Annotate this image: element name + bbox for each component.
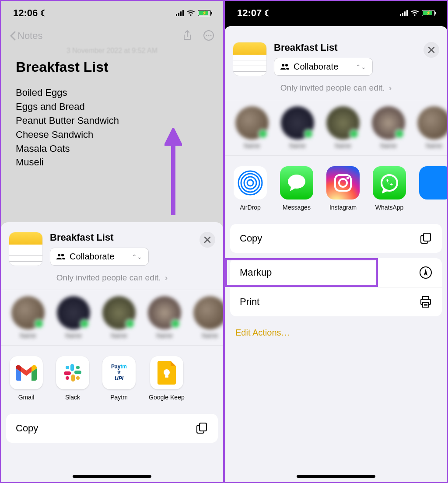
chevron-right-icon: › — [389, 83, 392, 92]
wifi-icon — [186, 10, 195, 16]
svg-point-8 — [66, 366, 69, 369]
contact-item[interactable]: Name — [417, 106, 447, 149]
collab-label: Collaborate — [70, 252, 114, 262]
markup-action[interactable]: Markup — [230, 258, 442, 287]
svg-point-17 — [244, 177, 256, 189]
cellular-signal-icon — [400, 10, 408, 16]
home-indicator[interactable] — [73, 475, 151, 478]
whatsapp-icon — [373, 166, 406, 200]
share-app-whatsapp[interactable]: WhatsApp — [373, 166, 406, 211]
svg-point-11 — [66, 376, 69, 380]
contact-item[interactable]: Name — [281, 106, 314, 149]
note-line: Peanut Butter Sandwich — [16, 114, 208, 128]
action-card: Copy — [230, 224, 442, 253]
action-label: Print — [240, 296, 259, 308]
copy-action[interactable]: Copy — [6, 414, 218, 443]
svg-point-23 — [346, 177, 349, 179]
permission-info[interactable]: Only invited people can edit. › — [225, 80, 447, 100]
contact-item[interactable]: Name — [193, 296, 223, 339]
back-label: Notes — [18, 30, 42, 42]
battery-icon: ⚡ — [198, 10, 211, 16]
sheet-title: Breakfast List — [50, 232, 192, 243]
contacts-row: Name Name Name Name Name — [225, 100, 447, 156]
gmail-icon — [10, 356, 43, 389]
chevron-updown-icon: ⌃⌄ — [356, 63, 366, 70]
svg-rect-13 — [165, 375, 168, 378]
share-app-airdrop[interactable]: AirDrop — [234, 166, 267, 211]
contact-item[interactable]: Name — [235, 106, 269, 149]
airdrop-icon — [234, 166, 267, 200]
contact-item[interactable]: Name — [102, 296, 136, 339]
share-app-messages[interactable]: Messages — [280, 166, 313, 211]
svg-rect-6 — [71, 374, 75, 382]
svg-point-12 — [164, 369, 170, 375]
note-app-icon — [9, 232, 43, 266]
share-sheet: Breakfast List Collaborate ⌃⌄ Only invit… — [1, 222, 223, 482]
svg-rect-30 — [423, 303, 429, 307]
dnd-moon-icon: ☾ — [40, 8, 48, 18]
contact-item[interactable]: Name — [148, 296, 181, 339]
status-bar: 12:06 ☾ ⚡ — [1, 1, 223, 25]
home-indicator[interactable] — [297, 475, 375, 478]
close-button[interactable] — [200, 232, 215, 248]
more-icon[interactable] — [203, 30, 214, 41]
cellular-signal-icon — [176, 10, 184, 16]
share-sheet: Breakfast List Collaborate ⌃⌄ Only invit… — [225, 26, 447, 482]
google-keep-icon — [150, 356, 183, 389]
slack-icon — [56, 356, 89, 389]
action-card: Copy — [6, 414, 218, 443]
copy-action[interactable]: Copy — [230, 224, 442, 253]
copy-icon — [419, 232, 432, 245]
print-action[interactable]: Print — [230, 287, 442, 316]
svg-rect-5 — [74, 371, 81, 374]
collaborate-selector[interactable]: Collaborate ⌃⌄ — [274, 58, 373, 76]
note-line: Museli — [16, 155, 208, 169]
svg-point-16 — [247, 180, 253, 186]
back-button[interactable]: Notes — [10, 30, 42, 42]
close-button[interactable] — [424, 42, 439, 58]
app-label: Google Keep — [149, 394, 185, 401]
status-bar: 12:07 ☾ ⚡ — [225, 1, 447, 25]
collaborate-selector[interactable]: Collaborate ⌃⌄ — [50, 248, 149, 266]
note-line: Cheese Sandwich — [16, 128, 208, 142]
share-app-gmail[interactable]: Gmail — [10, 356, 43, 401]
dnd-moon-icon: ☾ — [264, 8, 272, 18]
svg-rect-26 — [424, 233, 430, 241]
share-app-slack[interactable]: Slack — [56, 356, 89, 401]
svg-point-1 — [206, 35, 207, 36]
svg-point-3 — [210, 35, 212, 36]
svg-point-20 — [288, 175, 305, 189]
print-icon — [419, 295, 432, 308]
share-app-instagram[interactable]: Instagram — [326, 166, 360, 211]
note-title: Breakfast List — [16, 59, 208, 75]
status-time: 12:06 — [13, 7, 38, 19]
share-app-paytm[interactable]: Paytm— से —UPI Paytm — [102, 356, 136, 401]
note-timestamp: 3 November 2022 at 9:52 AM — [1, 47, 223, 55]
note-line: Masala Oats — [16, 142, 208, 156]
people-icon — [56, 253, 65, 260]
contacts-row: Name Name Name Name Name — [1, 290, 223, 346]
app-label: WhatsApp — [375, 204, 404, 211]
note-line: Boiled Eggs — [16, 86, 208, 100]
permission-info[interactable]: Only invited people can edit. › — [1, 270, 223, 290]
app-label: Gmail — [18, 394, 35, 401]
status-time: 12:07 — [237, 7, 262, 19]
share-app-keep[interactable]: Google Keep — [149, 356, 185, 401]
battery-icon: ⚡ — [422, 10, 435, 16]
share-icon[interactable] — [182, 30, 192, 42]
contact-item[interactable]: Name — [326, 106, 360, 149]
edit-actions-link[interactable]: Edit Actions… — [225, 322, 447, 344]
action-card: Markup Print — [230, 258, 442, 316]
contact-item[interactable]: Name — [11, 296, 45, 339]
note-app-icon — [233, 42, 267, 76]
paytm-icon: Paytm— से —UPI — [102, 356, 136, 389]
nav-bar: Notes — [1, 25, 223, 47]
share-app-more[interactable] — [419, 166, 447, 211]
svg-point-19 — [238, 171, 262, 195]
contact-item[interactable]: Name — [57, 296, 90, 339]
contact-item[interactable]: Name — [372, 106, 405, 149]
sheet-title: Breakfast List — [274, 42, 416, 53]
action-label: Copy — [16, 423, 38, 434]
app-label: AirDrop — [240, 204, 260, 211]
app-label: Slack — [65, 394, 80, 401]
